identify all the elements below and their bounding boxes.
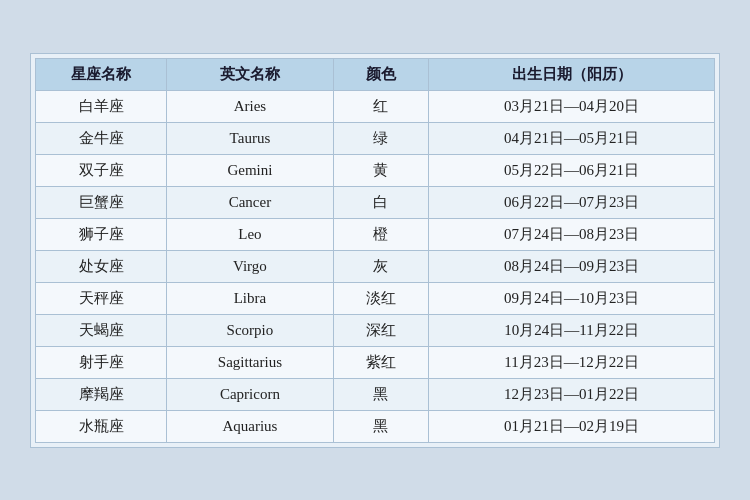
cell-english-name: Taurus bbox=[167, 122, 334, 154]
table-row: 处女座Virgo灰08月24日—09月23日 bbox=[36, 250, 715, 282]
cell-color: 灰 bbox=[333, 250, 428, 282]
table-header-row: 星座名称 英文名称 颜色 出生日期（阳历） bbox=[36, 58, 715, 90]
cell-color: 橙 bbox=[333, 218, 428, 250]
cell-chinese-name: 金牛座 bbox=[36, 122, 167, 154]
cell-chinese-name: 天秤座 bbox=[36, 282, 167, 314]
cell-english-name: Virgo bbox=[167, 250, 334, 282]
cell-dates: 12月23日—01月22日 bbox=[429, 378, 715, 410]
cell-english-name: Cancer bbox=[167, 186, 334, 218]
cell-chinese-name: 双子座 bbox=[36, 154, 167, 186]
cell-chinese-name: 射手座 bbox=[36, 346, 167, 378]
cell-dates: 03月21日—04月20日 bbox=[429, 90, 715, 122]
cell-color: 深红 bbox=[333, 314, 428, 346]
cell-color: 白 bbox=[333, 186, 428, 218]
table-row: 射手座Sagittarius紫红11月23日—12月22日 bbox=[36, 346, 715, 378]
cell-english-name: Scorpio bbox=[167, 314, 334, 346]
cell-chinese-name: 巨蟹座 bbox=[36, 186, 167, 218]
cell-dates: 10月24日—11月22日 bbox=[429, 314, 715, 346]
cell-dates: 05月22日—06月21日 bbox=[429, 154, 715, 186]
table-row: 天蝎座Scorpio深红10月24日—11月22日 bbox=[36, 314, 715, 346]
cell-english-name: Aquarius bbox=[167, 410, 334, 442]
cell-color: 绿 bbox=[333, 122, 428, 154]
cell-dates: 11月23日—12月22日 bbox=[429, 346, 715, 378]
cell-color: 黑 bbox=[333, 378, 428, 410]
cell-color: 紫红 bbox=[333, 346, 428, 378]
header-english-name: 英文名称 bbox=[167, 58, 334, 90]
cell-english-name: Aries bbox=[167, 90, 334, 122]
header-dates: 出生日期（阳历） bbox=[429, 58, 715, 90]
header-chinese-name: 星座名称 bbox=[36, 58, 167, 90]
cell-chinese-name: 摩羯座 bbox=[36, 378, 167, 410]
table-row: 狮子座Leo橙07月24日—08月23日 bbox=[36, 218, 715, 250]
table-row: 天秤座Libra淡红09月24日—10月23日 bbox=[36, 282, 715, 314]
cell-dates: 09月24日—10月23日 bbox=[429, 282, 715, 314]
cell-chinese-name: 天蝎座 bbox=[36, 314, 167, 346]
cell-chinese-name: 狮子座 bbox=[36, 218, 167, 250]
cell-dates: 06月22日—07月23日 bbox=[429, 186, 715, 218]
table-row: 金牛座Taurus绿04月21日—05月21日 bbox=[36, 122, 715, 154]
cell-english-name: Sagittarius bbox=[167, 346, 334, 378]
cell-english-name: Leo bbox=[167, 218, 334, 250]
cell-dates: 07月24日—08月23日 bbox=[429, 218, 715, 250]
cell-english-name: Libra bbox=[167, 282, 334, 314]
header-color: 颜色 bbox=[333, 58, 428, 90]
cell-dates: 04月21日—05月21日 bbox=[429, 122, 715, 154]
zodiac-table: 星座名称 英文名称 颜色 出生日期（阳历） 白羊座Aries红03月21日—04… bbox=[35, 58, 715, 443]
table-row: 双子座Gemini黄05月22日—06月21日 bbox=[36, 154, 715, 186]
table-row: 巨蟹座Cancer白06月22日—07月23日 bbox=[36, 186, 715, 218]
cell-dates: 01月21日—02月19日 bbox=[429, 410, 715, 442]
cell-chinese-name: 水瓶座 bbox=[36, 410, 167, 442]
table-row: 白羊座Aries红03月21日—04月20日 bbox=[36, 90, 715, 122]
table-row: 水瓶座Aquarius黑01月21日—02月19日 bbox=[36, 410, 715, 442]
cell-dates: 08月24日—09月23日 bbox=[429, 250, 715, 282]
cell-color: 黄 bbox=[333, 154, 428, 186]
cell-english-name: Gemini bbox=[167, 154, 334, 186]
table-row: 摩羯座Capricorn黑12月23日—01月22日 bbox=[36, 378, 715, 410]
cell-color: 淡红 bbox=[333, 282, 428, 314]
zodiac-table-container: 星座名称 英文名称 颜色 出生日期（阳历） 白羊座Aries红03月21日—04… bbox=[30, 53, 720, 448]
cell-chinese-name: 白羊座 bbox=[36, 90, 167, 122]
cell-color: 红 bbox=[333, 90, 428, 122]
cell-color: 黑 bbox=[333, 410, 428, 442]
cell-english-name: Capricorn bbox=[167, 378, 334, 410]
cell-chinese-name: 处女座 bbox=[36, 250, 167, 282]
